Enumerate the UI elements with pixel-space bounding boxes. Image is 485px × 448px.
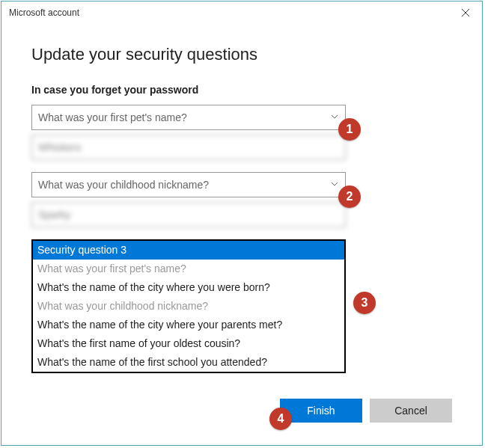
chevron-down-icon [330, 111, 339, 123]
question-3-dropdown-list[interactable]: Security question 3What was your first p… [31, 239, 346, 373]
dropdown-option[interactable]: What's the name of the first school you … [33, 353, 344, 372]
close-button[interactable] [448, 1, 482, 24]
dropdown-option: What was your childhood nickname? [33, 297, 344, 316]
question-2-select[interactable]: What was your childhood nickname? [31, 172, 346, 197]
dropdown-option[interactable]: What's the name of the city where your p… [33, 316, 344, 334]
dropdown-option[interactable]: What's the first name of your oldest cou… [33, 334, 344, 353]
button-row: Finish Cancel [280, 399, 452, 423]
finish-button[interactable]: Finish [280, 399, 362, 423]
dialog-window: Microsoft account Update your security q… [1, 1, 483, 446]
page-title: Update your security questions [31, 45, 452, 64]
annotation-badge-2: 2 [338, 185, 361, 208]
annotation-badge-1: 1 [338, 118, 361, 141]
titlebar: Microsoft account [1, 1, 482, 24]
annotation-badge-3: 3 [353, 292, 376, 314]
content-area: Update your security questions In case y… [1, 24, 482, 373]
chevron-down-icon [330, 179, 339, 191]
dropdown-option: What was your first pet's name? [33, 260, 344, 278]
question-1-text: What was your first pet's name? [38, 111, 187, 123]
close-icon [462, 9, 469, 16]
question-2-group: What was your childhood nickname? Sparky… [31, 172, 452, 227]
page-subtitle: In case you forget your password [31, 84, 452, 96]
annotation-badge-4: 4 [269, 408, 292, 430]
question-1-select[interactable]: What was your first pet's name? [31, 105, 346, 130]
question-2-text: What was your childhood nickname? [38, 179, 209, 191]
window-title: Microsoft account [9, 7, 79, 18]
dropdown-option[interactable]: What's the name of the city where you we… [33, 278, 344, 297]
answer-2-input[interactable]: Sparky [31, 202, 346, 227]
dropdown-option[interactable]: Security question 3 [33, 241, 344, 260]
answer-1-input[interactable]: Whiskers [31, 135, 346, 160]
question-1-group: What was your first pet's name? Whiskers… [31, 105, 452, 160]
question-3-group: Security question 3What was your first p… [31, 239, 452, 373]
cancel-button[interactable]: Cancel [370, 399, 452, 423]
